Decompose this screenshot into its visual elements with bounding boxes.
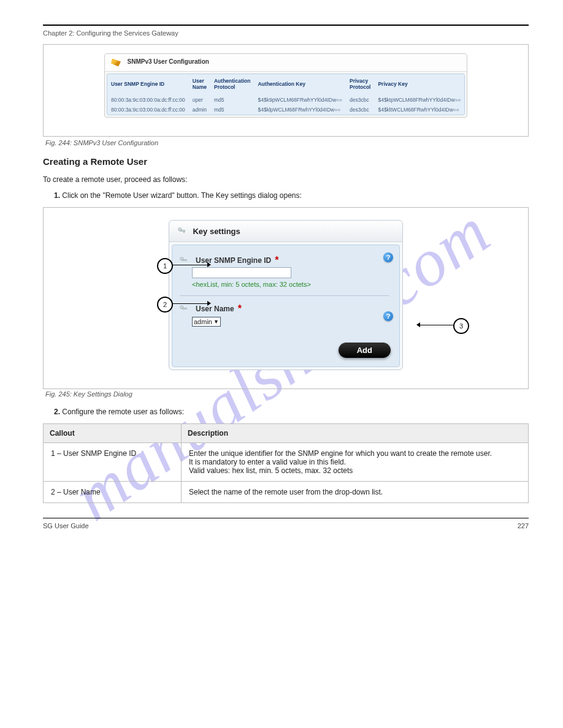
col-callout: Callout (44, 424, 182, 443)
col-engine: User SNMP Engine ID (107, 74, 189, 95)
snmp-panel-title: SNMPv3 User Configuration (105, 54, 467, 72)
user-name-value: admin (194, 318, 212, 325)
snmp-user-config-panel: SNMPv3 User Configuration User SNMP Engi… (104, 53, 467, 118)
user-name-select[interactable]: admin ▼ (192, 317, 221, 327)
callout-line (420, 325, 453, 326)
figure-1-frame: SNMPv3 User Configuration User SNMP Engi… (43, 44, 529, 137)
section-intro: To create a remote user, proceed as foll… (43, 174, 529, 185)
desc-num: 2 – User Name (44, 482, 182, 503)
header-rule (43, 25, 529, 26)
key-settings-title: Key settings (193, 227, 240, 236)
callout-line (172, 265, 207, 266)
footer-doc: SG User Guide (43, 522, 89, 529)
add-button[interactable]: Add (339, 343, 391, 358)
divider (180, 295, 389, 296)
footer-page: 227 (518, 522, 529, 529)
snmp-panel-title-text: SNMPv3 User Configuration (128, 58, 209, 65)
key-settings-panel: Key settings ? User SNMP Engine ID * <he (169, 220, 403, 371)
key-icon (177, 226, 186, 237)
snmp-user-table: User SNMP Engine ID User Name Authentica… (107, 74, 465, 115)
callout-1: 1 (157, 258, 173, 274)
desc-num: 1 – User SNMP Engine ID (44, 443, 182, 482)
arrow-left-icon (416, 322, 420, 327)
user-name-label: User Name (196, 305, 234, 313)
footer: SG User Guide 227 (43, 522, 529, 529)
table-row: 1 – User SNMP Engine ID Enter the unique… (44, 443, 529, 482)
table-row: 2 – User Name Select the name of the rem… (44, 482, 529, 503)
section-heading: Creating a Remote User (43, 155, 529, 169)
required-marker: * (275, 255, 278, 266)
engine-id-hint: <hexList, min: 5 octets, max: 32 octets> (192, 281, 391, 288)
col-auth-proto: Authentication Protocol (210, 74, 255, 95)
callout-line (172, 303, 207, 305)
help-icon[interactable]: ? (383, 252, 393, 262)
col-uname: User Name (189, 74, 210, 95)
desc-text: Select the name of the remote user from … (182, 482, 529, 503)
svg-rect-2 (183, 232, 184, 233)
desc-text: Enter the unique identifier for the SNMP… (182, 443, 529, 482)
callout-description-table: Callout Description 1 – User SNMP Engine… (43, 423, 529, 503)
col-priv-key: Privacy Key (374, 74, 464, 95)
figure-1-caption: Fig. 244: SNMPv3 User Configuration (45, 139, 529, 146)
svg-rect-4 (183, 260, 187, 261)
svg-rect-6 (183, 308, 187, 309)
callout-2: 2 (157, 297, 173, 313)
engine-id-input[interactable] (192, 267, 291, 278)
wrench-icon (110, 58, 122, 67)
step-2: 2. Configure the remote user as follows: (54, 406, 529, 417)
figure-2-caption: Fig. 245: Key Settings Dialog (45, 390, 529, 398)
key-settings-header: Key settings (169, 221, 402, 243)
chapter-header: Chapter 2: Configuring the Services Gate… (43, 29, 529, 37)
help-icon[interactable]: ? (383, 311, 393, 321)
required-marker: * (238, 303, 242, 314)
step-1: 1. Click on the "Remote User wizard" but… (54, 190, 529, 201)
col-auth-key: Authentication Key (254, 74, 345, 95)
col-priv-proto: Privacy Protocol (346, 74, 374, 95)
table-row: 80:00:3a:9c:03:00:0a:dc:ff:cc:00 admin m… (107, 105, 465, 115)
callout-3: 3 (453, 318, 469, 334)
key-icon (178, 303, 188, 314)
col-description: Description (182, 424, 529, 443)
chevron-down-icon: ▼ (213, 319, 219, 325)
footer-rule (43, 518, 529, 518)
figure-2-frame: Key settings ? User SNMP Engine ID * <he (43, 207, 529, 390)
arrow-right-icon (207, 262, 211, 267)
add-button-label: Add (357, 346, 372, 355)
arrow-right-icon (207, 301, 211, 306)
table-row: 80:00:3a:9c:03:00:0a:dc:ff:cc:00 oper md… (107, 95, 465, 105)
